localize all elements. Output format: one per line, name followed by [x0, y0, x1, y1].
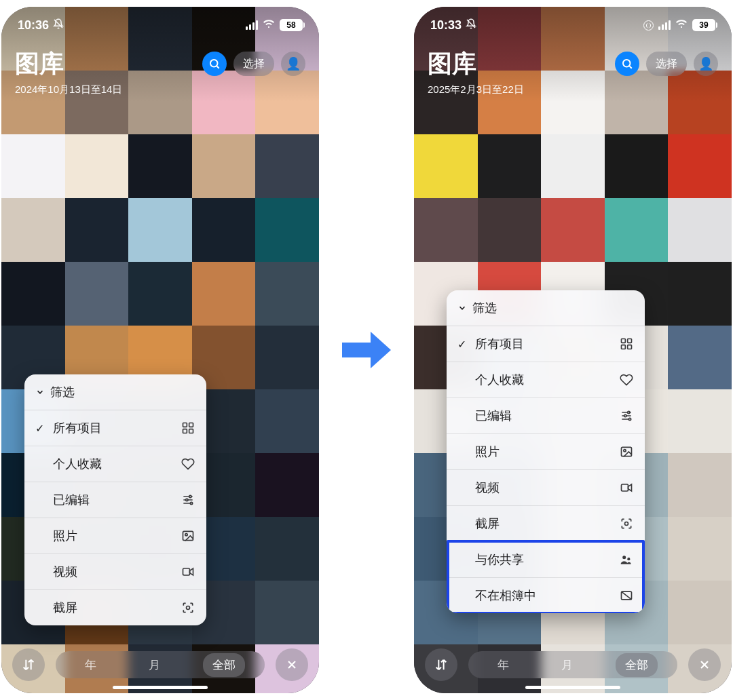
- filter-item-label: 视频: [53, 564, 77, 580]
- svg-point-12: [623, 60, 631, 67]
- photo-thumbnail[interactable]: [668, 262, 732, 326]
- segment-all[interactable]: 全部: [203, 653, 245, 677]
- filter-item-capture[interactable]: 截屏: [447, 505, 645, 541]
- photo-thumbnail[interactable]: [668, 389, 732, 453]
- photo-thumbnail[interactable]: [478, 198, 542, 262]
- home-indicator[interactable]: [113, 686, 208, 689]
- photo-thumbnail[interactable]: [65, 134, 129, 198]
- filter-item-grid[interactable]: ✓所有项目: [24, 410, 206, 446]
- photo-thumbnail[interactable]: [255, 581, 319, 644]
- status-bar: 10:33 39: [414, 7, 732, 37]
- filter-item-label: 截屏: [475, 516, 500, 532]
- photo-thumbnail[interactable]: [255, 198, 319, 262]
- filter-item-image[interactable]: 照片: [447, 433, 645, 469]
- photo-thumbnail[interactable]: [668, 581, 732, 644]
- bell-off-icon: [466, 18, 476, 33]
- wifi-icon: [263, 18, 275, 33]
- photo-thumbnail[interactable]: [668, 134, 732, 198]
- page-title: 图库: [15, 47, 122, 81]
- photo-thumbnail[interactable]: [192, 134, 256, 198]
- zoom-segment[interactable]: 年 月 全部: [468, 651, 677, 678]
- photo-thumbnail[interactable]: [65, 262, 129, 326]
- photo-thumbnail[interactable]: [668, 198, 732, 262]
- filter-item-heart[interactable]: 个人收藏: [24, 446, 206, 482]
- filter-item-sliders[interactable]: 已编辑: [24, 482, 206, 518]
- select-button[interactable]: 选择: [646, 52, 687, 76]
- filter-item-label: 已编辑: [53, 492, 90, 508]
- check-icon: ✓: [457, 338, 466, 351]
- photo-thumbnail[interactable]: [128, 262, 192, 326]
- filter-item-grid[interactable]: ✓所有项目: [447, 326, 645, 362]
- sort-button[interactable]: [425, 648, 457, 681]
- sort-button[interactable]: [12, 648, 45, 681]
- photo-thumbnail[interactable]: [541, 134, 605, 198]
- close-button[interactable]: [688, 648, 721, 681]
- noalbum-icon: [619, 589, 634, 602]
- segment-year[interactable]: 年: [75, 653, 106, 677]
- filter-header[interactable]: 筛选: [24, 374, 206, 410]
- bottom-toolbar: 年 月 全部: [1, 648, 319, 681]
- filter-item-sliders[interactable]: 已编辑: [447, 397, 645, 433]
- svg-rect-14: [628, 339, 632, 343]
- photo-thumbnail[interactable]: [1, 134, 65, 198]
- select-button[interactable]: 选择: [233, 52, 274, 76]
- page-title: 图库: [428, 47, 524, 81]
- svg-point-7: [190, 502, 192, 504]
- segment-year[interactable]: 年: [488, 653, 519, 677]
- photo-thumbnail[interactable]: [255, 453, 319, 517]
- photo-thumbnail[interactable]: [255, 262, 319, 326]
- photo-thumbnail[interactable]: [668, 326, 732, 389]
- photo-thumbnail[interactable]: [478, 134, 542, 198]
- zoom-segment[interactable]: 年 月 全部: [56, 651, 265, 678]
- segment-month[interactable]: 月: [139, 653, 170, 677]
- svg-rect-16: [628, 345, 632, 349]
- filter-item-image[interactable]: 照片: [24, 518, 206, 553]
- capture-icon: [619, 517, 634, 530]
- sliders-icon: [181, 493, 195, 507]
- photo-thumbnail[interactable]: [541, 198, 605, 262]
- photo-thumbnail[interactable]: [605, 198, 669, 262]
- status-time: 10:33: [430, 18, 462, 33]
- photo-thumbnail[interactable]: [128, 134, 192, 198]
- search-button[interactable]: [202, 52, 227, 76]
- photo-thumbnail[interactable]: [414, 134, 478, 198]
- profile-avatar[interactable]: 👤: [694, 52, 718, 76]
- photo-thumbnail[interactable]: [128, 198, 192, 262]
- photo-thumbnail[interactable]: [668, 453, 732, 517]
- photo-thumbnail[interactable]: [1, 198, 65, 262]
- filter-item-heart[interactable]: 个人收藏: [447, 362, 645, 397]
- photo-thumbnail[interactable]: [255, 326, 319, 389]
- svg-rect-20: [622, 447, 632, 456]
- svg-point-18: [624, 414, 626, 416]
- close-button[interactable]: [276, 648, 308, 681]
- filter-item-video[interactable]: 视频: [24, 553, 206, 589]
- cellular-icon: [246, 20, 258, 30]
- photo-thumbnail[interactable]: [668, 517, 732, 581]
- svg-point-17: [628, 411, 630, 413]
- photo-thumbnail[interactable]: [255, 389, 319, 453]
- date-range: 2024年10月13日至14日: [15, 83, 122, 96]
- svg-point-19: [628, 418, 631, 420]
- photo-thumbnail[interactable]: [605, 134, 669, 198]
- filter-item-shared[interactable]: 与你共享: [447, 541, 645, 577]
- filter-item-capture[interactable]: 截屏: [24, 589, 206, 625]
- filter-item-noalbum[interactable]: 不在相簿中: [447, 577, 645, 613]
- photo-thumbnail[interactable]: [192, 198, 256, 262]
- photo-thumbnail[interactable]: [65, 198, 129, 262]
- photo-thumbnail[interactable]: [255, 134, 319, 198]
- filter-header[interactable]: 筛选: [447, 290, 645, 326]
- profile-avatar[interactable]: 👤: [281, 52, 305, 76]
- photo-thumbnail[interactable]: [255, 517, 319, 581]
- filter-item-video[interactable]: 视频: [447, 469, 645, 505]
- photo-thumbnail[interactable]: [414, 198, 478, 262]
- check-icon: ✓: [35, 422, 44, 435]
- search-button[interactable]: [615, 52, 639, 76]
- chevron-down-icon: [457, 303, 467, 313]
- segment-all[interactable]: 全部: [616, 653, 658, 677]
- battery-icon: 39: [692, 19, 715, 31]
- home-indicator[interactable]: [525, 686, 620, 689]
- status-bar: 10:36 58: [1, 7, 319, 37]
- photo-thumbnail[interactable]: [192, 262, 256, 326]
- photo-thumbnail[interactable]: [1, 262, 65, 326]
- segment-month[interactable]: 月: [552, 653, 582, 677]
